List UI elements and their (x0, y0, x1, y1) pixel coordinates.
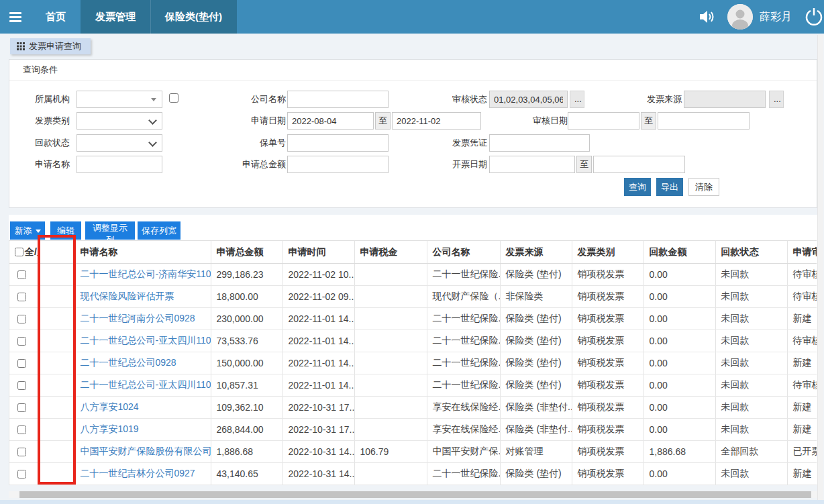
company-input[interactable] (287, 91, 389, 108)
row-checkbox[interactable] (17, 470, 26, 478)
apply-name-link[interactable]: 二十一世纪吉林分公司0927 (81, 468, 195, 478)
invoice-source-more-button[interactable]: ... (769, 91, 784, 108)
row-checkbox[interactable] (17, 337, 26, 346)
audit-status-label: 审核状态 (427, 91, 487, 108)
apply-name-link[interactable]: 二十一世纪河南分公司0928 (81, 313, 195, 323)
payback-status-select[interactable] (76, 134, 162, 152)
table-row: 二十一世纪总公司-济南华安1102299,186.232022-11-02 10… (9, 264, 817, 286)
hamburger-icon[interactable] (0, 0, 31, 34)
invoice-category-select[interactable] (76, 112, 162, 130)
apply-name-input[interactable] (76, 156, 162, 173)
apply-date-from-input[interactable] (287, 112, 374, 130)
query-panel: 查询条件 所属机构 公司名称 审核状态 ... 发票来源 ... 发票类别 申请… (9, 59, 817, 208)
apply-name-link[interactable]: 二十一世纪总公司-济南华安1102 (81, 268, 211, 279)
save-column-width-button[interactable]: 保存列宽 (138, 221, 181, 240)
payback-status-cell: 未回款 (715, 264, 787, 286)
payback-status-cell: 未回款 (715, 419, 787, 441)
org-combobox[interactable] (76, 91, 162, 108)
nav-tab-label: 发票管理 (95, 11, 136, 23)
invoice-voucher-input[interactable] (489, 134, 590, 152)
invoice-date-label: 开票日期 (427, 156, 487, 173)
org-include-checkbox[interactable] (169, 93, 178, 103)
apply-name-link[interactable]: 二十一世纪总公司0928 (81, 357, 176, 368)
col-header: 申请税金 (354, 241, 427, 264)
row-checkbox-cell (9, 374, 38, 397)
apply-name-link[interactable]: 八方享安1024 (81, 401, 139, 412)
select-all-checkbox[interactable] (15, 248, 23, 256)
apply-name-link[interactable]: 现代保险风险评估开票 (81, 291, 174, 301)
nav-tab-invoice-management[interactable]: 发票管理 (81, 0, 150, 34)
apply-total-label: 申请总金额 (225, 156, 286, 173)
invoice-category-label: 发票类别 (9, 112, 70, 130)
nav-tab-insurance-advance[interactable]: 保险类(垫付) (150, 0, 237, 34)
category-cell: 销项税发票 (572, 352, 643, 374)
export-button[interactable]: 导出 (656, 178, 683, 196)
company-cell: 二十一世纪保险... (427, 374, 500, 397)
audit-status-input (489, 91, 568, 108)
time-cell: 2022-11-02 09... (282, 286, 354, 308)
apply-total-input[interactable] (287, 156, 389, 173)
audit-date-from-input[interactable] (568, 112, 639, 130)
apply-name-link[interactable]: 中国平安财产保险股份有限公司江... (81, 446, 211, 456)
apply-name-link[interactable]: 八方享安1019 (81, 423, 139, 434)
col-header: 申请总金额 (211, 241, 282, 264)
payback-status-cell: 未回款 (715, 463, 787, 485)
invoice-source-input (684, 91, 766, 108)
row-checkbox[interactable] (17, 425, 26, 434)
row-checkbox[interactable] (17, 403, 26, 412)
row-checkbox-cell (9, 330, 38, 352)
vertical-scrollbar-track[interactable] (817, 35, 823, 501)
table-row: 八方享安1024109,362.102022-10-31 17...享安在线保险… (9, 397, 817, 419)
status-cell: 新建 (787, 352, 817, 374)
adjust-columns-button[interactable]: 调整显示列 (85, 221, 135, 240)
row-checkbox[interactable] (17, 315, 26, 323)
apply-date-label: 申请日期 (225, 112, 286, 130)
power-icon[interactable] (804, 7, 824, 27)
username[interactable]: 薛彩月 (760, 10, 792, 24)
time-cell: 2022-11-01 14... (282, 352, 354, 374)
apply-name-link[interactable]: 二十一世纪总公司-亚太四川1101 (81, 379, 211, 390)
time-cell: 2022-10-31 14... (282, 441, 354, 463)
horizontal-scrollbar-thumb[interactable] (19, 491, 811, 498)
search-button[interactable]: 查询 (624, 178, 651, 196)
source-cell: 保险类 (垫付) (500, 463, 572, 485)
company-cell: 享安在线保险经... (427, 419, 500, 441)
tax-cell (354, 330, 427, 352)
invoice-date-to-input[interactable] (593, 156, 685, 173)
payback-amount-cell: 0.00 (643, 463, 715, 485)
col-header: 申请名称 (74, 241, 211, 264)
audit-status-more-button[interactable]: ... (570, 91, 584, 108)
status-cell: 待审核 (787, 374, 817, 397)
audit-date-to-input[interactable] (658, 112, 750, 130)
amount-cell: 230,000.00 (211, 308, 282, 330)
col-header: 回款金额 (643, 241, 715, 264)
apply-name-cell: 现代保险风险评估开票 (74, 286, 211, 308)
row-checkbox[interactable] (17, 359, 26, 368)
amount-cell: 73,533.76 (211, 330, 282, 352)
payback-amount-cell: 0.00 (643, 374, 715, 397)
row-checkbox[interactable] (17, 270, 26, 279)
row-checkbox[interactable] (17, 448, 26, 456)
row-checkbox[interactable] (17, 293, 26, 301)
query-panel-title: 查询条件 (9, 60, 817, 81)
nav-tab-home[interactable]: 首页 (31, 0, 81, 34)
nav-tab-label: 保险类(垫付) (165, 11, 222, 23)
status-cell: 新建 (787, 463, 817, 485)
payback-status-cell: 未回款 (715, 330, 787, 352)
horizontal-scrollbar-track[interactable] (9, 491, 817, 498)
amount-cell: 268,844.00 (211, 419, 282, 441)
payback-amount-cell: 0.00 (643, 330, 715, 352)
policy-no-label: 保单号 (225, 134, 286, 152)
row-checkbox[interactable] (17, 381, 26, 390)
speaker-icon[interactable] (698, 9, 715, 25)
avatar[interactable] (727, 4, 753, 30)
apply-date-to-input[interactable] (392, 112, 481, 130)
invoice-date-from-input[interactable] (489, 156, 575, 173)
page-tab-invoice-query[interactable]: 发票申请查询 (10, 38, 91, 54)
select-all-label: 全/反 (25, 246, 38, 258)
col-header: 发票类别 (572, 241, 643, 264)
clear-button[interactable]: 清除 (688, 178, 719, 196)
apply-name-link[interactable]: 二十一世纪总公司-亚太四川1101 (81, 335, 211, 346)
policy-no-input[interactable] (287, 134, 389, 152)
company-cell: 中国平安财产保... (427, 441, 500, 463)
